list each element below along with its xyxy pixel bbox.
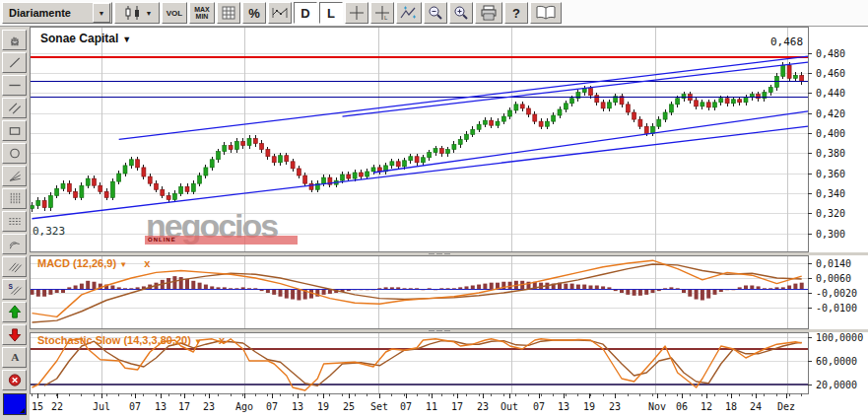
- fan-lines-tool-button[interactable]: [2, 166, 27, 186]
- svg-text:0,420: 0,420: [816, 108, 845, 119]
- svg-text:0,340: 0,340: [816, 188, 845, 199]
- arrow-down-tool-button[interactable]: [2, 324, 27, 345]
- macd-close-button[interactable]: x: [144, 257, 150, 269]
- svg-text:-0,0020: -0,0020: [816, 288, 857, 299]
- price-line-icon: [272, 6, 288, 20]
- svg-text:13: 13: [155, 401, 167, 412]
- chart-canvas[interactable]: 0,4800,4600,4400,4200,4000,3800,3600,340…: [30, 27, 868, 420]
- stochastic-close-button[interactable]: x: [219, 334, 225, 346]
- svg-text:L: L: [384, 15, 388, 21]
- magnifier-plus-icon: [453, 5, 469, 21]
- arcs-tool-button[interactable]: [2, 234, 27, 254]
- chevron-down-icon: ▼: [146, 10, 153, 17]
- svg-text:07: 07: [129, 401, 141, 412]
- svg-text:S: S: [8, 283, 13, 290]
- svg-text:07: 07: [266, 401, 278, 412]
- arrow-up-tool-button[interactable]: [2, 302, 27, 322]
- svg-text:13: 13: [292, 401, 303, 412]
- svg-text:17: 17: [178, 401, 190, 412]
- svg-text:25: 25: [343, 401, 355, 412]
- trendline-icon: [7, 55, 23, 70]
- charting-app: Diariamente ▼ ▼ VOL MAXMIN %: [0, 0, 868, 420]
- svg-text:Ago: Ago: [235, 401, 253, 412]
- svg-text:07: 07: [533, 401, 545, 412]
- horizontal-dashes-icon: [7, 214, 23, 229]
- text-tool-button[interactable]: A: [2, 347, 27, 368]
- crosshair-values-button[interactable]: L: [370, 2, 394, 24]
- svg-text:23: 23: [203, 401, 215, 412]
- svg-text:Nov: Nov: [648, 401, 666, 412]
- trendline-tool-button[interactable]: [2, 52, 27, 73]
- svg-text:0,400: 0,400: [816, 128, 845, 139]
- hand-icon: [7, 33, 23, 47]
- svg-text:0,320: 0,320: [816, 208, 845, 219]
- crosshair-label-icon: L: [374, 5, 390, 21]
- svg-text:0,460: 0,460: [816, 68, 845, 79]
- crosshair-button[interactable]: [345, 2, 368, 24]
- horizontal-line-icon: [7, 78, 23, 93]
- svg-text:0,300: 0,300: [816, 229, 845, 240]
- max-label: MAX: [194, 6, 210, 13]
- maxmin-button[interactable]: MAXMIN: [189, 2, 215, 24]
- svg-text:60,0000: 60,0000: [816, 356, 857, 367]
- delete-icon: [7, 373, 23, 387]
- grid-button[interactable]: [217, 2, 240, 24]
- zoom-out-button[interactable]: [424, 2, 447, 24]
- std-deviation-icon: S: [7, 282, 23, 297]
- svg-text:19: 19: [317, 401, 329, 412]
- daily-button[interactable]: D: [294, 2, 317, 24]
- delete-drawing-button[interactable]: [2, 370, 27, 390]
- svg-text:-0,0100: -0,0100: [816, 303, 857, 314]
- help-button[interactable]: ?: [504, 2, 528, 24]
- horizontal-line-tool-button[interactable]: [2, 75, 27, 96]
- magnifier-minus-icon: [428, 5, 443, 21]
- svg-text:23: 23: [609, 401, 621, 412]
- std-deviation-tool-button[interactable]: S: [2, 279, 27, 300]
- svg-text:13: 13: [558, 401, 569, 412]
- text-icon: A: [7, 350, 23, 365]
- svg-text:0,360: 0,360: [816, 169, 845, 179]
- pan-tool-button[interactable]: [2, 30, 27, 50]
- svg-text:12: 12: [701, 401, 712, 412]
- toolbar: Diariamente ▼ ▼ VOL MAXMIN %: [0, 0, 868, 27]
- svg-text:24: 24: [750, 401, 762, 412]
- time-zones-tool-button[interactable]: [2, 188, 27, 209]
- volume-button[interactable]: VOL: [162, 2, 187, 24]
- chevron-down-icon[interactable]: ▼: [93, 3, 110, 23]
- swatch-corner: [20, 408, 25, 413]
- svg-text:Set: Set: [370, 401, 388, 412]
- rectangle-tool-button[interactable]: [2, 120, 27, 141]
- svg-text:100,0000: 100,0000: [816, 332, 863, 343]
- price-marker-button[interactable]: [268, 2, 292, 24]
- color-picker-swatch[interactable]: [3, 393, 27, 415]
- svg-text:Jul: Jul: [93, 401, 110, 412]
- svg-text:11: 11: [426, 401, 437, 412]
- period-dropdown[interactable]: Diariamente ▼: [2, 2, 112, 24]
- svg-text:0,440: 0,440: [816, 88, 845, 99]
- ellipse-tool-button[interactable]: [2, 143, 27, 164]
- svg-text:A: A: [11, 351, 20, 363]
- candlestick-icon: [122, 5, 144, 21]
- parallel-lines-tool-button[interactable]: [2, 98, 27, 118]
- indicator-wizard-button[interactable]: [396, 2, 422, 24]
- line-chart-button[interactable]: L: [319, 2, 343, 24]
- percent-button[interactable]: %: [242, 2, 266, 24]
- zoom-in-button[interactable]: [449, 2, 473, 24]
- arcs-icon: [7, 237, 23, 251]
- svg-text:Out: Out: [501, 401, 518, 412]
- svg-text:Dez: Dez: [777, 401, 795, 412]
- retracement-tool-button[interactable]: [2, 211, 27, 232]
- svg-text:22: 22: [51, 401, 63, 412]
- speed-lines-tool-button[interactable]: [2, 256, 27, 277]
- svg-text:06: 06: [676, 401, 688, 412]
- print-button[interactable]: [475, 2, 502, 24]
- grid-icon: [222, 6, 235, 20]
- period-dropdown-value: Diariamente: [3, 7, 93, 19]
- book-icon: [535, 5, 557, 21]
- manual-button[interactable]: [530, 2, 562, 24]
- drawing-toolbar: S A: [0, 27, 30, 420]
- svg-text:0,0140: 0,0140: [816, 258, 851, 269]
- min-label: MIN: [196, 13, 209, 20]
- parallel-lines-icon: [7, 101, 23, 115]
- chart-style-dropdown[interactable]: ▼: [114, 2, 160, 24]
